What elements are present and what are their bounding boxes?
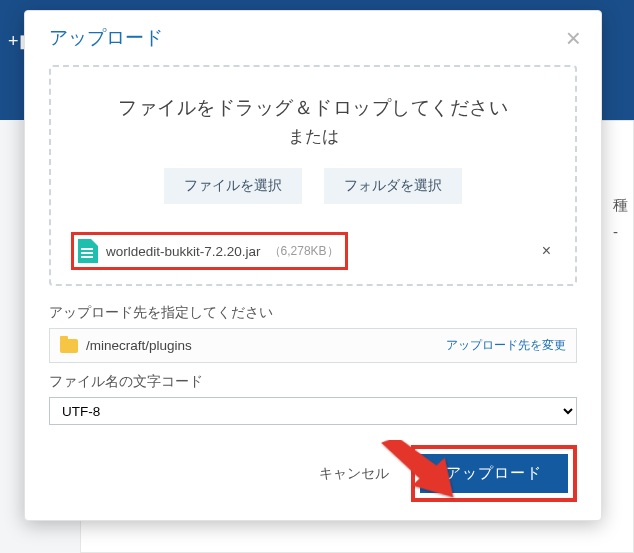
file-size: （6,278KB） [269, 243, 339, 260]
cancel-button[interactable]: キャンセル [319, 465, 389, 483]
uploaded-file-highlight: worldedit-bukkit-7.2.20.jar （6,278KB） [71, 232, 348, 270]
bg-column-header: 種 - [613, 191, 628, 245]
destination-box: /minecraft/plugins アップロード先を変更 [49, 328, 577, 363]
upload-button[interactable]: アップロード [420, 454, 568, 493]
destination-path: /minecraft/plugins [86, 338, 192, 353]
select-file-button[interactable]: ファイルを選択 [164, 168, 302, 204]
change-destination-link[interactable]: アップロード先を変更 [446, 337, 566, 354]
select-folder-button[interactable]: フォルダを選択 [324, 168, 462, 204]
folder-icon [60, 339, 78, 353]
destination-label: アップロード先を指定してください [49, 304, 577, 322]
file-icon [78, 239, 98, 263]
modal-title: アップロード [49, 25, 163, 51]
dropzone-instruction: ファイルをドラッグ＆ドロップしてください [61, 95, 565, 121]
encoding-label: ファイル名の文字コード [49, 373, 577, 391]
remove-file-icon[interactable]: × [542, 242, 551, 260]
upload-modal: アップロード × ファイルをドラッグ＆ドロップしてください または ファイルを選… [24, 10, 602, 521]
file-name: worldedit-bukkit-7.2.20.jar [106, 244, 261, 259]
close-icon[interactable]: × [566, 25, 581, 51]
dropzone[interactable]: ファイルをドラッグ＆ドロップしてください または ファイルを選択 フォルダを選択… [49, 65, 577, 286]
uploaded-file-row: worldedit-bukkit-7.2.20.jar （6,278KB） [78, 239, 339, 263]
dropzone-or: または [61, 125, 565, 148]
upload-button-highlight: アップロード [411, 445, 577, 502]
encoding-select[interactable]: UTF-8 [49, 397, 577, 425]
